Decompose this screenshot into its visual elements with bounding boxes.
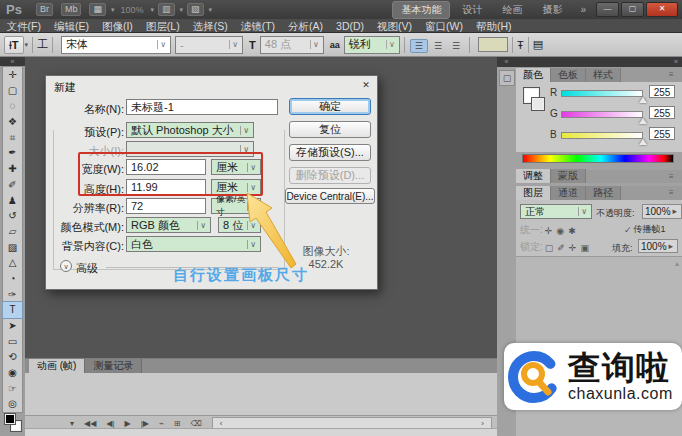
menu-item-2[interactable]: 图像(I) <box>95 19 139 33</box>
propagate-checkbox[interactable]: ✓ 传播帧1 <box>622 223 666 236</box>
mini-bridge-icon[interactable]: Mb <box>61 3 82 16</box>
workspace-button-3[interactable]: 摄影 <box>534 2 570 18</box>
clone-stamp-tool[interactable]: ♟ <box>3 193 22 209</box>
scroll-right-icon[interactable]: › <box>481 419 484 428</box>
font-size-select[interactable]: 48 点 ∨ <box>260 36 324 54</box>
dock-collapse-icon[interactable]: « <box>497 57 516 67</box>
blue-slider-thumb[interactable] <box>639 139 647 145</box>
menu-item-4[interactable]: 选择(S) <box>186 19 234 33</box>
panel-tab-1[interactable]: 蒙版 <box>551 169 586 183</box>
lock-all-icon[interactable]: ▣ <box>580 243 589 253</box>
toggle-panels-icon[interactable]: ▤ <box>533 38 543 51</box>
hand-tool[interactable]: ☞ <box>3 381 22 397</box>
collapsed-panel-icon[interactable]: ▢ <box>499 70 515 86</box>
text-color-swatch[interactable] <box>478 37 508 52</box>
tween-icon[interactable]: ⌁ <box>159 419 164 428</box>
unify-style-icon[interactable]: ✱ <box>568 226 576 236</box>
panel-tab-1[interactable]: 测量记录 <box>85 359 142 373</box>
move-tool[interactable]: ✛ <box>3 67 22 83</box>
save-preset-button[interactable]: 存储预设(S)... <box>289 144 371 161</box>
arrange-caret-icon[interactable]: ▾ <box>180 6 184 14</box>
panel-menu-icon[interactable]: ≡ <box>669 70 678 79</box>
view-extras-caret-icon[interactable]: ▾ <box>111 6 115 14</box>
frame-menu-icon[interactable]: ▾ <box>70 419 74 428</box>
play-icon[interactable]: ▶ <box>125 419 131 428</box>
healing-brush-tool[interactable]: ✚ <box>3 161 22 177</box>
panel-menu-icon[interactable]: ≡ <box>669 188 678 197</box>
workspace-button-2[interactable]: 绘画 <box>494 2 530 18</box>
align-left-icon[interactable]: ☰ <box>410 39 428 53</box>
screen-mode-icon[interactable]: ▧ <box>187 3 204 16</box>
workspace-overflow-icon[interactable]: » <box>580 4 586 15</box>
background-select[interactable]: 白色 ∨ <box>126 236 261 252</box>
gradient-tool[interactable]: ▨ <box>3 240 22 256</box>
color-spectrum-ramp[interactable] <box>522 154 674 163</box>
delete-preset-button[interactable]: 删除预设(D)... <box>289 167 371 184</box>
blue-slider[interactable] <box>561 132 643 139</box>
bit-depth-select[interactable]: 8 位 ∨ <box>218 217 261 233</box>
crop-tool[interactable]: ⌗ <box>3 130 22 146</box>
dock-expand-icon[interactable]: » <box>516 57 682 67</box>
close-button[interactable]: ✕ <box>646 2 678 17</box>
next-frame-icon[interactable]: |▶ <box>141 419 149 428</box>
advanced-label[interactable]: 高级 <box>76 261 98 276</box>
fill-value[interactable]: 100% ▸ <box>638 239 678 253</box>
unify-position-icon[interactable]: ✛ <box>545 226 553 236</box>
blend-mode-select[interactable]: 正常 ∨ <box>520 204 592 219</box>
resolution-input[interactable]: 72 <box>126 198 206 214</box>
menu-item-6[interactable]: 分析(A) <box>282 19 330 33</box>
delete-frame-icon[interactable]: ⌫ <box>190 419 201 428</box>
path-selection-tool[interactable]: ➤ <box>3 318 22 334</box>
warp-text-icon[interactable]: Ŧ <box>517 39 524 51</box>
scroll-up-icon[interactable]: ▴ <box>675 259 679 268</box>
lasso-tool[interactable]: ◌ <box>3 98 22 114</box>
history-brush-tool[interactable]: ↺ <box>3 208 22 224</box>
lock-paint-icon[interactable]: ✐ <box>557 243 565 253</box>
workspace-button-0[interactable]: 基本功能 <box>392 1 450 19</box>
view-extras-icon[interactable]: ▦ <box>89 3 106 16</box>
toolbox-collapse-icon[interactable]: « <box>0 57 25 66</box>
color-mode-select[interactable]: RGB 颜色 ∨ <box>126 217 211 233</box>
blue-value[interactable]: 255 <box>649 127 675 140</box>
unify-visibility-icon[interactable]: ◉ <box>556 226 564 236</box>
3d-rotate-tool[interactable]: ⟲ <box>3 349 22 365</box>
type-tool[interactable]: T <box>3 302 22 318</box>
menu-item-10[interactable]: 帮助(H) <box>470 19 519 33</box>
blur-tool[interactable]: △ <box>3 255 22 271</box>
brush-tool[interactable]: ✐ <box>3 177 22 193</box>
dodge-tool[interactable]: ◔ <box>3 271 22 287</box>
panel-tab-0[interactable]: 动画 (帧) <box>29 359 85 373</box>
panel-tab-2[interactable]: 样式 <box>586 68 621 82</box>
panel-tab-1[interactable]: 通道 <box>551 186 586 200</box>
align-right-icon[interactable]: ☰ <box>448 40 464 52</box>
menu-item-5[interactable]: 滤镜(T) <box>234 19 281 33</box>
zoom-caret-icon[interactable]: ▾ <box>150 6 154 14</box>
zoom-tool[interactable]: ◎ <box>3 396 22 412</box>
panel-tab-0[interactable]: 图层 <box>516 186 551 200</box>
name-input[interactable]: 未标题-1 <box>126 99 278 115</box>
opacity-value[interactable]: 100% ▸ <box>642 204 682 219</box>
menu-item-3[interactable]: 图层(L) <box>139 19 186 33</box>
dialog-close-icon[interactable]: ✕ <box>359 79 373 92</box>
red-value[interactable]: 255 <box>649 85 675 98</box>
preset-select[interactable]: 默认 Photoshop 大小 ∨ <box>126 122 254 138</box>
menu-item-1[interactable]: 编辑(E) <box>47 19 95 33</box>
panel-menu-icon[interactable]: ≡ <box>669 172 678 181</box>
green-slider-thumb[interactable] <box>639 118 647 124</box>
workspace-button-1[interactable]: 设计 <box>454 2 490 18</box>
anti-alias-select[interactable]: 锐利 ∨ <box>344 36 400 54</box>
menu-item-0[interactable]: 文件(F) <box>0 19 47 33</box>
marquee-tool[interactable]: ▢ <box>3 83 22 99</box>
panel-tab-0[interactable]: 调整 <box>516 169 551 183</box>
pen-tool[interactable]: ✑ <box>3 287 22 303</box>
3d-camera-tool[interactable]: ◉ <box>3 365 22 381</box>
red-slider-thumb[interactable] <box>639 97 647 103</box>
ok-button[interactable]: 确定 <box>289 98 371 115</box>
eyedropper-tool[interactable]: ✒ <box>3 145 22 161</box>
panel-tab-0[interactable]: 颜色 <box>516 68 551 82</box>
prev-frame-icon[interactable]: ◀| <box>106 419 114 428</box>
reset-button[interactable]: 复位 <box>289 121 371 138</box>
tool-preset-caret-icon[interactable]: ▾ <box>25 41 29 49</box>
green-value[interactable]: 255 <box>649 106 675 119</box>
panel-tab-2[interactable]: 路径 <box>586 186 621 200</box>
